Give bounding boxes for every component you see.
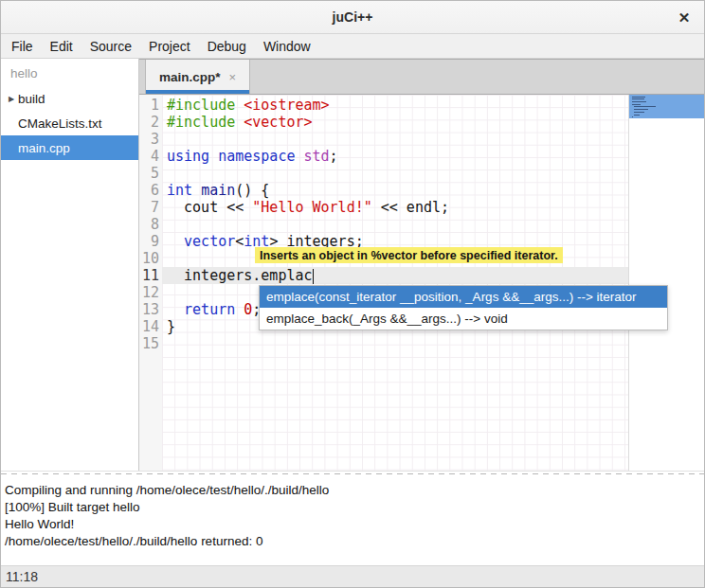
sidebar-item-label: main.cpp xyxy=(1,141,70,155)
code-token: << endl; xyxy=(372,199,449,216)
code-token: #include xyxy=(167,97,244,114)
minimap-line xyxy=(634,109,649,110)
code-token: () { xyxy=(235,182,269,199)
code-token: return xyxy=(184,301,235,318)
close-icon: ✕ xyxy=(678,9,691,27)
minimap-line xyxy=(634,112,644,113)
code-line[interactable] xyxy=(162,131,628,148)
line-number: 15 xyxy=(139,335,162,352)
autocomplete-popup: emplace(const_iterator __position, _Args… xyxy=(259,285,668,330)
minimap-line xyxy=(634,115,641,116)
code-token: int xyxy=(167,182,192,199)
minimap-line xyxy=(632,116,633,117)
menu-edit[interactable]: Edit xyxy=(42,36,81,57)
code-token: std xyxy=(304,148,330,165)
main-content: hello ▶ build CMakeLists.txt main.cpp ma… xyxy=(1,59,704,471)
code-line[interactable] xyxy=(162,335,628,352)
output-line: Hello World! xyxy=(5,516,704,533)
sidebar-item-cmakelists[interactable]: CMakeLists.txt xyxy=(1,111,138,135)
code-token: } xyxy=(167,318,175,335)
output-line: /home/olece/test/hello/./build/hello ret… xyxy=(5,533,704,550)
line-number: 1 xyxy=(139,97,162,114)
minimap-visible-region[interactable] xyxy=(629,95,704,118)
doc-tooltip: Inserts an object in %vector before spec… xyxy=(255,247,563,263)
tab-close-icon[interactable]: × xyxy=(229,70,237,84)
code-token: namespace xyxy=(218,148,295,165)
active-tab-indicator xyxy=(146,90,249,94)
editor-column: main.cpp* × 123456789101112131415 #inclu… xyxy=(139,59,704,471)
line-number: 10 xyxy=(139,250,162,267)
code-token: < xyxy=(235,233,244,250)
menu-source[interactable]: Source xyxy=(81,36,140,57)
minimap[interactable] xyxy=(628,95,704,471)
code-token: ; xyxy=(330,148,338,165)
cursor-position-indicator: 11:18 xyxy=(6,569,38,584)
code-token xyxy=(192,182,201,199)
code-line[interactable] xyxy=(162,216,628,233)
code-line[interactable]: #include <vector> xyxy=(162,114,628,131)
line-number: 5 xyxy=(139,165,162,182)
line-number: 9 xyxy=(139,233,162,250)
code-token: vector xyxy=(184,233,235,250)
minimap-line xyxy=(632,98,644,99)
expander-triangle-icon[interactable]: ▶ xyxy=(1,95,16,103)
output-line: [100%] Built target hello xyxy=(5,499,704,516)
sidebar-item-build[interactable]: ▶ build xyxy=(1,86,138,111)
code-line[interactable]: cout << "Hello World!" << endl; xyxy=(162,199,628,216)
menu-window[interactable]: Window xyxy=(255,36,319,57)
titlebar: juCi++ ✕ xyxy=(1,1,704,34)
code-token: cout << xyxy=(167,199,252,216)
autocomplete-item-emplace[interactable]: emplace(const_iterator __position, _Args… xyxy=(260,286,667,308)
menu-file[interactable]: File xyxy=(3,36,42,57)
menubar: File Edit Source Project Debug Window xyxy=(1,34,704,59)
tab-maincpp[interactable]: main.cpp* × xyxy=(145,60,250,94)
code-token: 0 xyxy=(244,301,252,318)
code-token: <iostream> xyxy=(244,97,329,114)
line-number: 2 xyxy=(139,114,162,131)
sidebar-item-label: CMakeLists.txt xyxy=(1,116,102,131)
line-number-gutter: 123456789101112131415 xyxy=(139,95,162,471)
code-token: using xyxy=(167,148,209,165)
splitter-dash-handle xyxy=(1,473,704,474)
build-output-panel[interactable]: Compiling and running /home/olece/test/h… xyxy=(1,477,704,565)
tab-label: main.cpp* xyxy=(159,70,221,84)
project-name-header: hello xyxy=(1,59,138,86)
code-token xyxy=(167,233,184,250)
code-token: main xyxy=(201,182,235,199)
line-number: 13 xyxy=(139,301,162,318)
window-title: juCi++ xyxy=(333,9,373,25)
code-token xyxy=(295,148,303,165)
autocomplete-item-emplace-back[interactable]: emplace_back(_Args &&__args...) --> void xyxy=(260,308,667,330)
code-line[interactable]: integers.emplac xyxy=(162,267,628,284)
minimap-line xyxy=(634,106,656,107)
code-line[interactable]: int main() { xyxy=(162,182,628,199)
code-token: #include xyxy=(167,114,244,131)
tabbar: main.cpp* × xyxy=(139,59,704,95)
code-token xyxy=(167,301,184,318)
line-number: 3 xyxy=(139,131,162,148)
code-line[interactable] xyxy=(162,165,628,182)
code-line[interactable]: using namespace std; xyxy=(162,148,628,165)
line-number: 6 xyxy=(139,182,162,199)
minimap-line xyxy=(632,101,646,102)
line-number: 12 xyxy=(139,284,162,301)
editor-body: 123456789101112131415 #include <iostream… xyxy=(139,95,704,471)
line-number: 14 xyxy=(139,318,162,335)
code-token: integers.emplac xyxy=(167,267,313,284)
pane-splitter[interactable] xyxy=(1,471,704,477)
code-token xyxy=(235,301,244,318)
code-token xyxy=(209,148,218,165)
sidebar-item-label: build xyxy=(16,92,45,106)
sidebar-item-maincpp[interactable]: main.cpp xyxy=(1,135,138,160)
code-line[interactable]: #include <iostream> xyxy=(162,97,628,114)
app-window: juCi++ ✕ File Edit Source Project Debug … xyxy=(0,0,705,588)
line-number: 4 xyxy=(139,148,162,165)
menu-project[interactable]: Project xyxy=(140,36,199,57)
menu-debug[interactable]: Debug xyxy=(199,36,255,57)
close-window-button[interactable]: ✕ xyxy=(674,8,695,28)
code-token: <vector> xyxy=(244,114,312,131)
statusbar: 11:18 xyxy=(1,565,704,587)
text-cursor xyxy=(313,269,314,284)
output-line: Compiling and running /home/olece/test/h… xyxy=(5,482,704,499)
code-editor[interactable]: #include <iostream>#include <vector>usin… xyxy=(162,95,628,471)
